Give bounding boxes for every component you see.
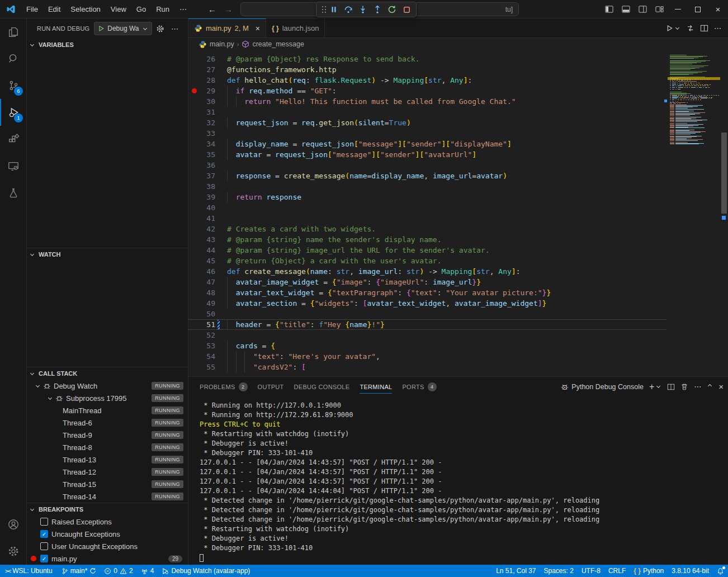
status-4[interactable]: 4 — [137, 565, 158, 577]
editor-gutter[interactable]: 41 — [188, 213, 227, 224]
debug-config-dropdown[interactable]: Debug Wa — [94, 22, 152, 35]
call-stack-row[interactable]: Thread-9RUNNING — [27, 429, 188, 441]
code-line[interactable]: 45# @return {Object} a card with the use… — [188, 256, 666, 266]
editor-gutter[interactable]: 34 — [188, 139, 227, 149]
status-0[interactable]: 02 — [100, 565, 136, 577]
editor-gutter[interactable]: 38 — [188, 181, 227, 192]
editor-gutter[interactable]: 46 — [188, 266, 227, 277]
code-line[interactable]: 36 — [188, 160, 666, 171]
menu-view[interactable]: View — [106, 0, 131, 18]
python-debug-console-selector[interactable]: Python Debug Console — [561, 383, 644, 391]
breakpoint-row[interactable]: ✓main.py29 — [27, 552, 188, 565]
editor-gutter[interactable]: 51 — [188, 319, 227, 330]
editor-gutter[interactable]: 44 — [188, 245, 227, 256]
kill-terminal-icon[interactable] — [680, 383, 688, 391]
status-debug-watch-avatar-app[interactable]: Debug Watch (avatar-app) — [158, 565, 254, 577]
editor-gutter[interactable]: 47 — [188, 277, 227, 287]
code-line[interactable]: 35avatar = request_json["message"]["send… — [188, 149, 666, 160]
new-terminal-icon[interactable]: + — [649, 382, 661, 392]
panel-tab-terminal[interactable]: TERMINAL — [356, 377, 395, 396]
call-stack-row[interactable]: Debug WatchRUNNING — [27, 380, 188, 392]
customize-layout-icon[interactable] — [651, 0, 668, 18]
breadcrumb-item[interactable]: main.py — [210, 40, 234, 48]
menu-file[interactable]: File — [21, 0, 43, 18]
go-forward-icon[interactable]: → — [224, 4, 233, 14]
panel-tab-debug-console[interactable]: DEBUG CONSOLE — [291, 377, 353, 396]
code-line[interactable]: 41 — [188, 213, 666, 224]
activity-extensions-icon[interactable] — [0, 126, 26, 153]
editor-gutter[interactable]: 35 — [188, 149, 227, 160]
breakpoint-row[interactable]: User Uncaught Exceptions — [27, 540, 188, 552]
editor-gutter[interactable]: 50 — [188, 309, 227, 319]
variables-section-header[interactable]: VARIABLES — [27, 39, 188, 51]
status-python[interactable]: { }Python — [630, 565, 668, 577]
call-stack-row[interactable]: Subprocess 17995RUNNING — [27, 392, 188, 404]
code-line[interactable]: 28def hello_chat(req: flask.Request) -> … — [188, 75, 666, 86]
code-line[interactable]: 54"text": "Here's your avatar", — [188, 351, 666, 362]
status-ln-51-col-37[interactable]: Ln 51, Col 37 — [492, 565, 540, 577]
watch-section-header[interactable]: WATCH — [27, 248, 188, 261]
code-line[interactable]: 38 — [188, 181, 666, 192]
code-line[interactable]: 48avatar_text_widget = {"textParagraph":… — [188, 287, 666, 298]
editor-gutter[interactable]: 30 — [188, 96, 227, 107]
toggle-panel-icon[interactable] — [617, 0, 634, 18]
breadcrumb[interactable]: main.py›create_message — [188, 38, 728, 50]
editor-gutter[interactable]: 32 — [188, 117, 227, 128]
panel-tab-output[interactable]: OUTPUT — [254, 377, 287, 396]
breadcrumb-item[interactable]: create_message — [252, 40, 304, 48]
debug-restart-icon[interactable] — [385, 3, 399, 16]
activity-settings-icon[interactable] — [0, 538, 26, 565]
editor-more-actions-icon[interactable]: ⋯ — [714, 24, 721, 32]
menu-go[interactable]: Go — [131, 0, 151, 18]
status-crlf[interactable]: CRLF — [604, 565, 630, 577]
editor-gutter[interactable]: 48 — [188, 287, 227, 298]
status-main[interactable]: main* — [58, 565, 101, 577]
activity-account-icon[interactable] — [0, 511, 26, 538]
menu-more[interactable]: ⋯ — [174, 0, 192, 18]
code-line[interactable]: 34display_name = request_json["message"]… — [188, 139, 666, 149]
code-line[interactable]: 50 — [188, 309, 666, 319]
editor-scrollbar[interactable] — [720, 50, 728, 376]
code-editor[interactable]: 26# @param {Object} res Response to send… — [188, 50, 728, 376]
views-more-actions-icon[interactable]: ⋯ — [169, 22, 181, 35]
code-line[interactable]: 31 — [188, 107, 666, 117]
editor-gutter[interactable]: 52 — [188, 330, 227, 340]
code-line[interactable]: 33 — [188, 128, 666, 139]
code-line[interactable]: 44# @param {string} image_url the URL fo… — [188, 245, 666, 256]
editor-gutter[interactable]: 28 — [188, 75, 227, 86]
call-stack-row[interactable]: Thread-15RUNNING — [27, 478, 188, 490]
code-line[interactable]: 47avatar_image_widget = {"image": {"imag… — [188, 277, 666, 287]
breakpoint-checkbox[interactable] — [40, 518, 48, 526]
editor-gutter[interactable]: 29 — [188, 86, 227, 96]
code-line[interactable]: 51header = {"title": f"Hey {name}!"} — [188, 319, 666, 330]
debug-step-into-icon[interactable] — [356, 3, 370, 16]
code-line[interactable]: 27@functions_framework.http — [188, 64, 666, 75]
editor-gutter[interactable]: 37 — [188, 171, 227, 181]
status-3-8-10-64-bit[interactable]: 3.8.10 64-bit — [668, 565, 713, 577]
debug-settings-gear-icon[interactable] — [154, 22, 167, 35]
panel-tab-problems[interactable]: PROBLEMS2 — [196, 377, 251, 396]
editor-gutter[interactable]: 53 — [188, 340, 227, 351]
activity-search-icon[interactable] — [0, 45, 26, 72]
menu-run[interactable]: Run — [151, 0, 174, 18]
close-panel-icon[interactable]: × — [718, 382, 724, 391]
status-bell[interactable] — [713, 565, 728, 577]
code-line[interactable]: 53cards = { — [188, 340, 666, 351]
code-line[interactable]: 29if req.method == "GET": — [188, 86, 666, 96]
split-terminal-icon[interactable] — [667, 383, 675, 391]
code-line[interactable]: 40 — [188, 202, 666, 213]
activity-files-icon[interactable] — [0, 18, 26, 45]
tab-launch-json[interactable]: { }launch.json — [266, 18, 325, 37]
panel-tab-ports[interactable]: PORTS4 — [399, 377, 439, 396]
tab-main-py[interactable]: main.py2, M× — [188, 18, 266, 37]
breakpoint-glyph-icon[interactable] — [192, 88, 197, 93]
editor-gutter[interactable]: 31 — [188, 107, 227, 117]
terminal-dropdown-chevron-icon[interactable] — [656, 384, 660, 388]
editor-gutter[interactable]: 49 — [188, 298, 227, 309]
code-line[interactable]: 49avatar_section = {"widgets": [avatar_t… — [188, 298, 666, 309]
call-stack-row[interactable]: Thread-12RUNNING — [27, 466, 188, 478]
editor-gutter[interactable]: 26 — [188, 54, 227, 64]
editor-gutter[interactable]: 27 — [188, 64, 227, 75]
editor-gutter[interactable]: 36 — [188, 160, 227, 171]
code-line[interactable]: 37response = create_message(name=display… — [188, 171, 666, 181]
